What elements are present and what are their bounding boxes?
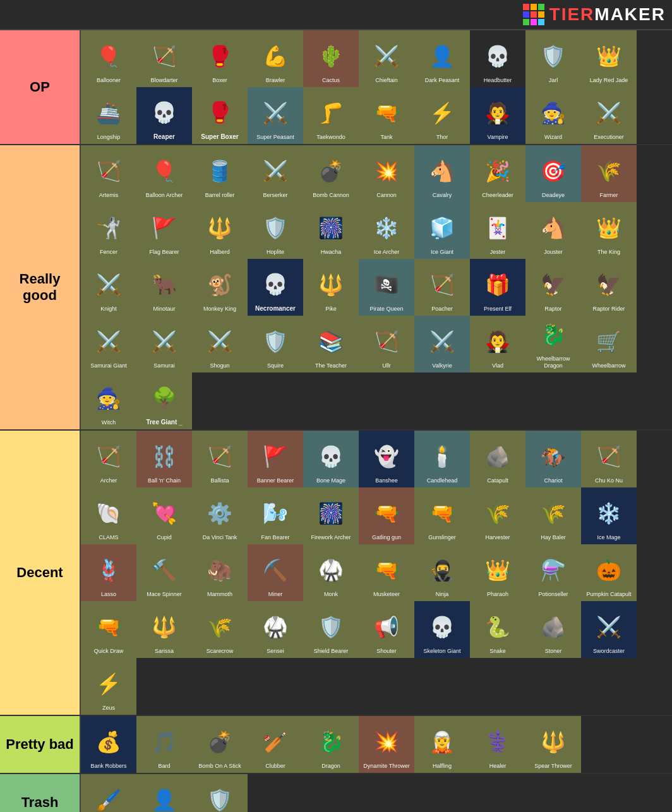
list-item[interactable]: 🐴Jouster <box>525 202 581 259</box>
list-item[interactable]: 🛡️Jarl <box>525 30 581 87</box>
list-item[interactable]: 🎈Balloon Archer <box>136 145 192 202</box>
list-item[interactable]: 🧊Ice Giant <box>414 202 470 259</box>
list-item[interactable]: 💰Bank Robbers <box>81 716 136 773</box>
list-item[interactable]: ⛏️Miner <box>248 544 303 601</box>
list-item[interactable]: 🧙Witch <box>81 373 136 429</box>
list-item[interactable]: 🎆Firework Archer <box>303 487 359 544</box>
list-item[interactable]: 👑Lady Red Jade <box>581 30 637 87</box>
list-item[interactable]: 🔱Sarissa <box>136 601 192 658</box>
list-item[interactable]: ❄️Ice Archer <box>359 202 414 259</box>
list-item[interactable]: ⚔️Samurai Giant <box>81 316 136 373</box>
list-item[interactable]: 🚩Banner Bearer <box>248 431 303 487</box>
list-item[interactable]: ⚡Thor <box>414 87 470 144</box>
list-item[interactable]: 🛢️Barrel roller <box>192 145 248 202</box>
list-item[interactable]: 💪Brawler <box>248 30 303 87</box>
list-item[interactable]: 🛒Wheelbarrow <box>581 316 637 373</box>
list-item[interactable]: 🐉Dragon <box>303 716 359 773</box>
list-item[interactable]: 🌳Tree Giant _ <box>136 373 192 429</box>
list-item[interactable]: 💀Bone Mage <box>303 431 359 487</box>
list-item[interactable]: 🏹Archer <box>81 431 136 487</box>
list-item[interactable]: 💘Cupid <box>136 487 192 544</box>
list-item[interactable]: 🔫Gatling gun <box>359 487 414 544</box>
list-item[interactable]: 🏏Clubber <box>248 716 303 773</box>
list-item[interactable]: 🎯Deadeye <box>525 145 581 202</box>
list-item[interactable]: 🔫Gunslinger <box>414 487 470 544</box>
list-item[interactable]: 🔫Musketeer <box>359 544 414 601</box>
list-item[interactable]: 🎵Bard <box>136 716 192 773</box>
list-item[interactable]: 🎆Hwacha <box>303 202 359 259</box>
list-item[interactable]: 👑The King <box>581 202 637 259</box>
list-item[interactable]: 🐴Cavalry <box>414 145 470 202</box>
list-item[interactable]: ⚔️Chieftain <box>359 30 414 87</box>
list-item[interactable]: 🧝Halfling <box>414 716 470 773</box>
list-item[interactable]: 💀Reaper <box>136 87 192 144</box>
list-item[interactable]: 🥷Ninja <box>414 544 470 601</box>
list-item[interactable]: 🦵Taekwondo <box>303 87 359 144</box>
list-item[interactable]: 💀Headbutter <box>470 30 525 87</box>
list-item[interactable]: 🪢Lasso <box>81 544 136 601</box>
list-item[interactable]: 🌾Harvester <box>470 487 525 544</box>
list-item[interactable]: 🦅Raptor <box>525 259 581 316</box>
list-item[interactable]: 🐒Monkey King <box>192 259 248 316</box>
list-item[interactable]: ⛓️Ball 'n' Chain <box>136 431 192 487</box>
list-item[interactable]: 💣Bomb On A Stick <box>192 716 248 773</box>
list-item[interactable]: 🪨Stoner <box>525 601 581 658</box>
list-item[interactable]: 🛡️Protector <box>192 774 248 812</box>
list-item[interactable]: 🦅Raptor Rider <box>581 259 637 316</box>
list-item[interactable]: 🏹Blowdarter <box>136 30 192 87</box>
list-item[interactable]: 🧛Vlad <box>470 316 525 373</box>
list-item[interactable]: ⚔️Swordcaster <box>581 601 637 658</box>
list-item[interactable]: 🎁Present Elf <box>470 259 525 316</box>
list-item[interactable]: 👤Peasant <box>136 774 192 812</box>
list-item[interactable]: 🃏Jester <box>470 202 525 259</box>
list-item[interactable]: 🐂Minotaur <box>136 259 192 316</box>
list-item[interactable]: 🏇Chariot <box>525 431 581 487</box>
list-item[interactable]: 🏹Ballista <box>192 431 248 487</box>
list-item[interactable]: 👤Dark Peasant <box>414 30 470 87</box>
list-item[interactable]: 🌬️Fan Bearer <box>248 487 303 544</box>
list-item[interactable]: ⚔️Valkyrie <box>414 316 470 373</box>
list-item[interactable]: 🦣Mammoth <box>192 544 248 601</box>
list-item[interactable]: 🧛Vampire <box>470 87 525 144</box>
list-item[interactable]: 🛡️Hoplite <box>248 202 303 259</box>
list-item[interactable]: 🕯️Candlehead <box>414 431 470 487</box>
list-item[interactable]: 🛡️Squire <box>248 316 303 373</box>
list-item[interactable]: 🎈Ballooner <box>81 30 136 87</box>
list-item[interactable]: 🪨Catapult <box>470 431 525 487</box>
list-item[interactable]: ⚡Zeus <box>81 658 136 715</box>
list-item[interactable]: 🥋Sensei <box>248 601 303 658</box>
list-item[interactable]: 💥Dynamite Thrower <box>359 716 414 773</box>
list-item[interactable]: ⚔️Executioner <box>581 87 637 144</box>
list-item[interactable]: 🔱Spear Thrower <box>525 716 581 773</box>
list-item[interactable]: 🐚CLAMS <box>81 487 136 544</box>
list-item[interactable]: 🏹Ullr <box>359 316 414 373</box>
list-item[interactable]: 👻Banshee <box>359 431 414 487</box>
list-item[interactable]: 🌵Cactus <box>303 30 359 87</box>
list-item[interactable]: 🏹Chu Ko Nu <box>581 431 637 487</box>
list-item[interactable]: 💣Bomb Cannon <box>303 145 359 202</box>
list-item[interactable]: 🥋Monk <box>303 544 359 601</box>
list-item[interactable]: ⚙️Da Vinci Tank <box>192 487 248 544</box>
list-item[interactable]: 🎃Pumpkin Catapult <box>581 544 637 601</box>
list-item[interactable]: 🌾Farmer <box>581 145 637 202</box>
list-item[interactable]: 🔫Quick Draw <box>81 601 136 658</box>
list-item[interactable]: 💀Necromancer <box>248 259 303 316</box>
list-item[interactable]: 👑Pharaoh <box>470 544 525 601</box>
list-item[interactable]: 🎉Cheerleader <box>470 145 525 202</box>
list-item[interactable]: 🌾Scarecrow <box>192 601 248 658</box>
list-item[interactable]: 🔨Mace Spinner <box>136 544 192 601</box>
list-item[interactable]: 💀Skeleton Giant <box>414 601 470 658</box>
list-item[interactable]: ❄️Ice Mage <box>581 487 637 544</box>
list-item[interactable]: 📢Shouter <box>359 601 414 658</box>
list-item[interactable]: 🛡️Shield Bearer <box>303 601 359 658</box>
list-item[interactable]: 🚢Longship <box>81 87 136 144</box>
list-item[interactable]: 🌾Hay Baler <box>525 487 581 544</box>
list-item[interactable]: 🔱Halberd <box>192 202 248 259</box>
list-item[interactable]: 🔱Pike <box>303 259 359 316</box>
list-item[interactable]: ⚔️Super Peasant <box>248 87 303 144</box>
list-item[interactable]: 🧙Wizard <box>525 87 581 144</box>
list-item[interactable]: 🐍Snake <box>470 601 525 658</box>
list-item[interactable]: 🏴‍☠️Pirate Queen <box>359 259 414 316</box>
list-item[interactable]: ⚔️Knight <box>81 259 136 316</box>
list-item[interactable]: ⚔️Berserker <box>248 145 303 202</box>
